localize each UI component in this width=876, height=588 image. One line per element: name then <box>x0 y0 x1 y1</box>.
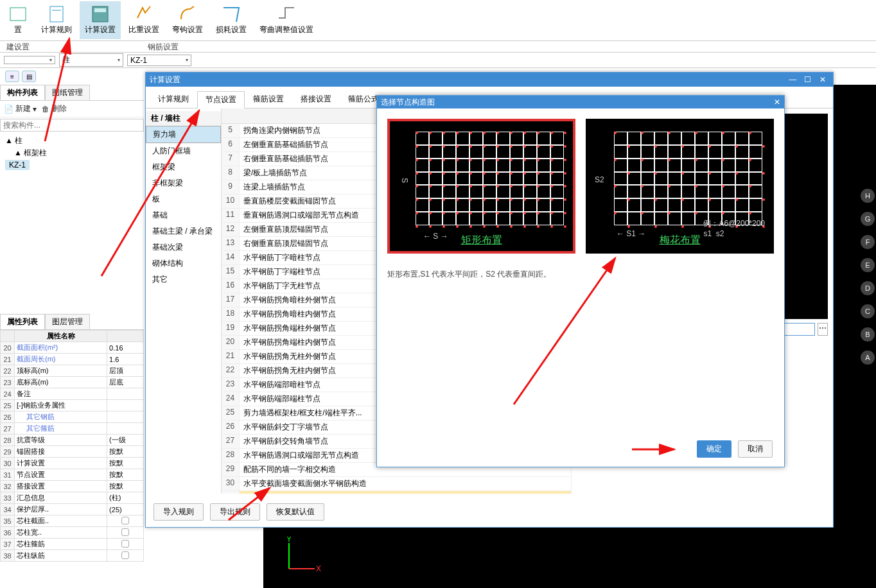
search-input[interactable] <box>0 119 144 132</box>
category-item[interactable]: 非框架梁 <box>146 175 221 191</box>
prop-row[interactable]: 23底标高(m)层底 <box>1 377 144 388</box>
diagram-option-rect[interactable]: S ← S → 矩形布置 <box>387 119 575 254</box>
restore-defaults-button[interactable]: 恢复默认值 <box>267 503 324 521</box>
svg-text:X: X <box>316 564 321 573</box>
dialog2-note: 矩形布置,S1 代表水平间距，S2 代表垂直间距。 <box>377 264 784 285</box>
ribbon-btn-0[interactable]: 置 <box>3 1 33 39</box>
category-item[interactable]: 基础主梁 / 承台梁 <box>146 223 221 239</box>
axis-gizmo: Y X <box>283 537 321 575</box>
left-panel-tabs: 构件列表 图纸管理 <box>0 85 144 101</box>
prop-row[interactable]: 22顶标高(m)层顶 <box>1 365 144 377</box>
tab-stirrup-settings[interactable]: 箍筋设置 <box>245 91 292 108</box>
ribbon-btn-loss[interactable]: 损耗设置 <box>211 1 252 39</box>
prop-row[interactable]: 37芯柱箍筋 <box>1 539 144 550</box>
svg-rect-0 <box>10 8 26 21</box>
node-row[interactable]: 30水平变截面墙变截面侧水平钢筋构造 <box>222 477 571 491</box>
category-item[interactable]: 基础 <box>146 207 221 223</box>
prop-row[interactable]: 35芯柱截面.. <box>1 515 144 527</box>
prop-row[interactable]: 34保护层厚..(25) <box>1 504 144 515</box>
new-component-button[interactable]: 📄新建 ▾ <box>4 103 37 114</box>
prop-row[interactable]: 30计算设置按默 <box>1 458 144 469</box>
diagram-option-plum[interactable]: S2 ← S1 → 例：A6@200*200s1 s2 梅花布置 <box>586 119 774 254</box>
ribbon: 置 计算规则 计算设置 比重设置 弯钩设置 损耗设置 弯曲调整值设置 <box>0 0 876 41</box>
import-rules-button[interactable]: 导入规则 <box>153 503 204 521</box>
prop-row[interactable]: 38芯柱纵筋 <box>1 550 144 562</box>
side-letter-markers: HGFEDCBA <box>859 180 876 374</box>
tree-lvl2[interactable]: ▲ 框架柱 <box>5 148 139 159</box>
prop-row[interactable]: 31节点设置按默 <box>1 469 144 481</box>
ribbon-btn-weight[interactable]: 比重设置 <box>123 1 164 39</box>
diagram-rect-label: 矩形布置 <box>390 234 573 247</box>
category-item[interactable]: 框架梁 <box>146 159 221 175</box>
node-row[interactable]: 31剪力墙身拉筋布置构造 <box>222 491 571 494</box>
grid-letter: A <box>861 350 875 365</box>
prop-row[interactable]: 25[-]钢筋业务属性 <box>1 400 144 411</box>
prop-row[interactable]: 33汇总信息(柱) <box>1 492 144 504</box>
ribbon-group-labels: 建设置钢筋设置 <box>0 41 876 53</box>
left-panel: 构件列表 图纸管理 📄新建 ▾ 🗑删除 ▲ 柱 ▲ 框架柱 KZ-1 属性列表 … <box>0 85 144 562</box>
tab-calc-rules[interactable]: 计算规则 <box>150 91 197 108</box>
prop-row[interactable]: 29锚固搭接按默 <box>1 446 144 458</box>
diagram-plum-label: 梅花布置 <box>588 234 771 247</box>
prop-row[interactable]: 27其它箍筋 <box>1 423 144 435</box>
grid-letter: C <box>861 304 875 318</box>
category-item[interactable]: 人防门框墙 <box>146 143 221 159</box>
delete-icon: 🗑 <box>42 105 49 114</box>
prop-row[interactable]: 21截面周长(m)1.6 <box>1 354 144 365</box>
ribbon-btn-calc-settings[interactable]: 计算设置 <box>80 1 121 39</box>
ribbon-btn-bend-adj[interactable]: 弯曲调整值设置 <box>254 1 319 39</box>
tree-root[interactable]: ▲ 柱 <box>5 135 139 146</box>
dialog2-title: 选择节点构造图 <box>381 97 435 108</box>
grid-letter: F <box>861 235 875 249</box>
tab-splice-settings[interactable]: 搭接设置 <box>292 91 340 108</box>
category-item[interactable]: 剪力墙 <box>146 126 221 143</box>
dropdown-button[interactable]: ⋯ <box>818 323 828 336</box>
cancel-button[interactable]: 取消 <box>738 440 773 458</box>
maximize-button[interactable]: ☐ <box>802 75 814 84</box>
select-component-id[interactable]: KZ-1▾ <box>127 55 191 66</box>
grid-letter: H <box>861 189 875 203</box>
grid-letter: G <box>861 212 875 226</box>
ribbon-btn-hook[interactable]: 弯钩设置 <box>167 1 208 39</box>
category-item[interactable]: 基础次梁 <box>146 239 221 255</box>
export-rules-button[interactable]: 导出规则 <box>210 503 260 521</box>
category-item[interactable]: 其它 <box>146 272 221 288</box>
close-button[interactable]: ✕ <box>816 75 829 84</box>
tree-leaf-selected[interactable]: KZ-1 <box>5 160 30 170</box>
mini-icon-2[interactable]: ▤ <box>22 71 36 82</box>
prop-row[interactable]: 32搭接设置按默 <box>1 481 144 492</box>
tab-drawing-mgmt[interactable]: 图纸管理 <box>45 85 90 100</box>
dialog2-close-button[interactable]: ✕ <box>774 98 780 107</box>
prop-row[interactable]: 26其它钢筋 <box>1 411 144 423</box>
category-item[interactable]: 砌体结构 <box>146 255 221 272</box>
ok-button[interactable]: 确定 <box>697 440 731 458</box>
select-component-type[interactable]: 柱▾ <box>59 53 123 67</box>
delete-component-button[interactable]: 🗑删除 <box>42 103 67 114</box>
svg-text:Y: Y <box>286 537 292 544</box>
prop-row[interactable]: 20截面面积(m²)0.16 <box>1 342 144 354</box>
svg-rect-4 <box>94 8 106 12</box>
tab-properties[interactable]: 属性列表 <box>0 314 45 329</box>
dialog-title: 计算设置 <box>150 74 180 85</box>
properties-table: 属性名称 20截面面积(m²)0.1621截面周长(m)1.622顶标高(m)层… <box>0 330 144 562</box>
tab-node-settings[interactable]: 节点设置 <box>197 91 245 108</box>
prop-row[interactable]: 36芯柱宽.. <box>1 527 144 539</box>
svg-rect-1 <box>50 6 63 22</box>
tab-component-list[interactable]: 构件列表 <box>0 85 45 100</box>
tab-layers[interactable]: 图层管理 <box>45 314 90 329</box>
mini-icon-1[interactable]: ≡ <box>5 71 19 82</box>
component-tree: ▲ 柱 ▲ 框架柱 KZ-1 <box>0 133 144 173</box>
toolbar-secondary: ▾ 柱▾ KZ-1▾ <box>0 53 876 68</box>
choose-diagram-dialog: 选择节点构造图 ✕ S ← S → 矩形布置 S2 ← S1 → 例：A6@20… <box>376 95 785 467</box>
grid-letter: E <box>861 258 875 272</box>
category-item[interactable]: 板 <box>146 191 221 207</box>
category-list: 柱 / 墙柱 剪力墙人防门框墙框架梁非框架梁板基础基础主梁 / 承台梁基础次梁砌… <box>146 108 222 494</box>
ribbon-btn-calc-rules[interactable]: 计算规则 <box>36 1 77 39</box>
minimize-button[interactable]: — <box>786 75 799 84</box>
prop-row[interactable]: 24备注 <box>1 388 144 400</box>
new-icon: 📄 <box>4 105 13 114</box>
grid-letter: D <box>861 281 875 295</box>
select-generic[interactable]: ▾ <box>4 56 55 64</box>
prop-row[interactable]: 28抗震等级(一级 <box>1 435 144 446</box>
grid-letter: B <box>861 327 875 342</box>
